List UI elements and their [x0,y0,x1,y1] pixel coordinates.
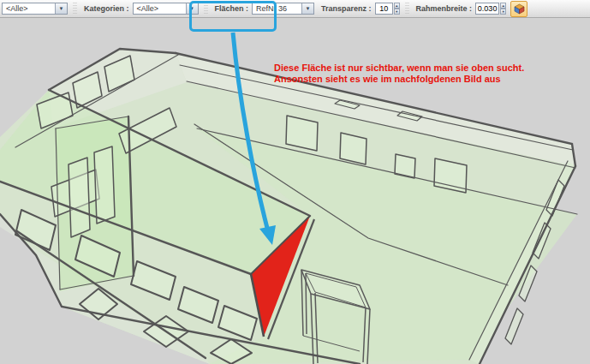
toolbar-separator [204,3,208,15]
transparenz-label: Transparenz : [321,4,372,13]
rahmenbreite-input[interactable] [475,3,499,15]
flaechen-dropdown-value: RefNr 36 [253,3,301,14]
toolbar-separator [73,3,77,15]
kategorien-dropdown[interactable]: <Alle> ▼ [133,3,199,15]
colored-cube-icon [514,3,525,15]
spin-up-icon[interactable]: ▲ [394,3,400,9]
transparenz-input[interactable] [375,3,394,15]
spin-down-icon[interactable]: ▼ [394,9,400,15]
kategorien-dropdown-value: <Alle> [134,3,186,14]
toolbar: <Alle> ▼ Kategorien : <Alle> ▼ Flächen :… [0,0,590,18]
annotation-line-1: Diese Fläche ist nur sichtbar, wenn man … [274,63,524,74]
chevron-down-icon[interactable]: ▼ [186,3,198,14]
spin-down-icon[interactable]: ▼ [500,9,506,15]
application-window: <Alle> ▼ Kategorien : <Alle> ▼ Flächen :… [0,0,590,364]
filter-dropdown-value: <Alle> [3,3,55,14]
rahmenbreite-label: Rahmenbreite : [416,4,473,13]
chevron-down-icon[interactable]: ▼ [55,3,67,14]
chevron-down-icon[interactable]: ▼ [301,3,313,14]
toolbar-separator [405,3,409,15]
rahmenbreite-spinner: ▲ ▼ [475,3,506,15]
spin-up-icon[interactable]: ▲ [500,3,506,9]
filter-dropdown[interactable]: <Alle> ▼ [2,3,68,15]
annotation-line-2: Ansonsten sieht es wie im nachfolgdenen … [274,74,524,85]
flaechen-label: Flächen : [215,4,249,13]
flaechen-dropdown[interactable]: RefNr 36 ▼ [252,3,314,15]
surface-tool-button[interactable] [510,1,527,17]
transparenz-spinner: ▲ ▼ [375,3,400,15]
kategorien-label: Kategorien : [84,4,129,13]
annotation-text: Diese Fläche ist nur sichtbar, wenn man … [274,63,524,85]
